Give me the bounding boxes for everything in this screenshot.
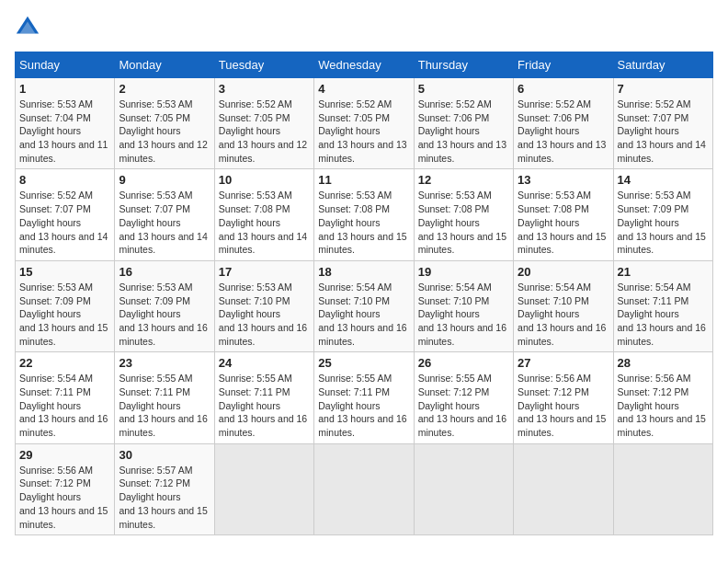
- calendar-day-cell: 1Sunrise: 5:53 AMSunset: 7:04 PMDaylight…: [16, 78, 115, 169]
- day-info: Sunrise: 5:52 AMSunset: 7:05 PMDaylight …: [219, 98, 310, 165]
- calendar-week-row: 1Sunrise: 5:53 AMSunset: 7:04 PMDaylight…: [16, 78, 713, 169]
- day-number: 11: [318, 173, 409, 187]
- calendar-day-cell: 14Sunrise: 5:53 AMSunset: 7:09 PMDayligh…: [613, 169, 712, 260]
- calendar-day-cell: 4Sunrise: 5:52 AMSunset: 7:05 PMDaylight…: [314, 78, 414, 169]
- calendar-day-cell: 8Sunrise: 5:52 AMSunset: 7:07 PMDaylight…: [16, 169, 115, 260]
- day-info: Sunrise: 5:54 AMSunset: 7:11 PMDaylight …: [618, 281, 709, 348]
- calendar-day-cell: 30Sunrise: 5:57 AMSunset: 7:12 PMDayligh…: [115, 443, 214, 534]
- day-number: 12: [418, 173, 509, 187]
- calendar-day-cell: 26Sunrise: 5:55 AMSunset: 7:12 PMDayligh…: [414, 352, 513, 443]
- day-number: 2: [119, 82, 210, 96]
- page-header: [15, 15, 713, 40]
- day-number: 18: [318, 265, 409, 279]
- calendar-day-cell: [514, 443, 613, 534]
- calendar-day-cell: 12Sunrise: 5:53 AMSunset: 7:08 PMDayligh…: [414, 169, 513, 260]
- calendar-day-cell: 20Sunrise: 5:54 AMSunset: 7:10 PMDayligh…: [514, 260, 613, 351]
- calendar-day-cell: [314, 443, 414, 534]
- calendar-day-cell: 23Sunrise: 5:55 AMSunset: 7:11 PMDayligh…: [115, 352, 214, 443]
- calendar-week-row: 8Sunrise: 5:52 AMSunset: 7:07 PMDaylight…: [16, 169, 713, 260]
- calendar-week-row: 15Sunrise: 5:53 AMSunset: 7:09 PMDayligh…: [16, 260, 713, 351]
- calendar-day-cell: 18Sunrise: 5:54 AMSunset: 7:10 PMDayligh…: [314, 260, 414, 351]
- day-info: Sunrise: 5:52 AMSunset: 7:05 PMDaylight …: [318, 98, 409, 165]
- calendar-day-cell: [613, 443, 712, 534]
- day-info: Sunrise: 5:54 AMSunset: 7:11 PMDaylight …: [19, 372, 110, 439]
- day-info: Sunrise: 5:56 AMSunset: 7:12 PMDaylight …: [618, 372, 709, 439]
- day-number: 25: [318, 356, 409, 370]
- calendar-day-cell: 7Sunrise: 5:52 AMSunset: 7:07 PMDaylight…: [613, 78, 712, 169]
- calendar-day-cell: 19Sunrise: 5:54 AMSunset: 7:10 PMDayligh…: [414, 260, 513, 351]
- calendar-week-row: 29Sunrise: 5:56 AMSunset: 7:12 PMDayligh…: [16, 443, 713, 534]
- day-number: 7: [618, 82, 709, 96]
- calendar-table: SundayMondayTuesdayWednesdayThursdayFrid…: [15, 52, 713, 535]
- day-number: 28: [618, 356, 709, 370]
- day-info: Sunrise: 5:52 AMSunset: 7:07 PMDaylight …: [19, 189, 110, 256]
- day-info: Sunrise: 5:55 AMSunset: 7:12 PMDaylight …: [418, 372, 509, 439]
- calendar-day-cell: 3Sunrise: 5:52 AMSunset: 7:05 PMDaylight…: [214, 78, 313, 169]
- day-number: 20: [518, 265, 609, 279]
- day-info: Sunrise: 5:55 AMSunset: 7:11 PMDaylight …: [318, 372, 409, 439]
- calendar-day-cell: 13Sunrise: 5:53 AMSunset: 7:08 PMDayligh…: [514, 169, 613, 260]
- calendar-day-cell: [214, 443, 313, 534]
- weekday-header-row: SundayMondayTuesdayWednesdayThursdayFrid…: [16, 52, 713, 78]
- calendar-day-cell: 28Sunrise: 5:56 AMSunset: 7:12 PMDayligh…: [613, 352, 712, 443]
- day-info: Sunrise: 5:56 AMSunset: 7:12 PMDaylight …: [518, 372, 609, 439]
- calendar-day-cell: 29Sunrise: 5:56 AMSunset: 7:12 PMDayligh…: [16, 443, 115, 534]
- day-info: Sunrise: 5:53 AMSunset: 7:08 PMDaylight …: [518, 189, 609, 256]
- day-info: Sunrise: 5:52 AMSunset: 7:06 PMDaylight …: [418, 98, 509, 165]
- weekday-header-cell: Friday: [514, 52, 613, 78]
- calendar-day-cell: [414, 443, 513, 534]
- logo-icon: [15, 15, 40, 40]
- day-info: Sunrise: 5:54 AMSunset: 7:10 PMDaylight …: [518, 281, 609, 348]
- day-number: 6: [518, 82, 609, 96]
- day-info: Sunrise: 5:53 AMSunset: 7:09 PMDaylight …: [19, 281, 110, 348]
- day-info: Sunrise: 5:52 AMSunset: 7:06 PMDaylight …: [518, 98, 609, 165]
- day-info: Sunrise: 5:54 AMSunset: 7:10 PMDaylight …: [418, 281, 509, 348]
- day-info: Sunrise: 5:55 AMSunset: 7:11 PMDaylight …: [219, 372, 310, 439]
- day-info: Sunrise: 5:53 AMSunset: 7:04 PMDaylight …: [19, 98, 110, 165]
- day-number: 27: [518, 356, 609, 370]
- calendar-week-row: 22Sunrise: 5:54 AMSunset: 7:11 PMDayligh…: [16, 352, 713, 443]
- logo: [15, 15, 44, 40]
- day-info: Sunrise: 5:57 AMSunset: 7:12 PMDaylight …: [119, 464, 210, 531]
- day-info: Sunrise: 5:53 AMSunset: 7:10 PMDaylight …: [219, 281, 310, 348]
- day-info: Sunrise: 5:56 AMSunset: 7:12 PMDaylight …: [19, 464, 110, 531]
- day-number: 14: [618, 173, 709, 187]
- day-number: 30: [119, 448, 210, 462]
- calendar-day-cell: 2Sunrise: 5:53 AMSunset: 7:05 PMDaylight…: [115, 78, 214, 169]
- calendar-day-cell: 11Sunrise: 5:53 AMSunset: 7:08 PMDayligh…: [314, 169, 414, 260]
- weekday-header-cell: Tuesday: [214, 52, 313, 78]
- day-number: 9: [119, 173, 210, 187]
- day-number: 3: [219, 82, 310, 96]
- calendar-day-cell: 9Sunrise: 5:53 AMSunset: 7:07 PMDaylight…: [115, 169, 214, 260]
- day-number: 4: [318, 82, 409, 96]
- day-info: Sunrise: 5:53 AMSunset: 7:05 PMDaylight …: [119, 98, 210, 165]
- day-number: 21: [618, 265, 709, 279]
- calendar-day-cell: 21Sunrise: 5:54 AMSunset: 7:11 PMDayligh…: [613, 260, 712, 351]
- day-number: 17: [219, 265, 310, 279]
- day-info: Sunrise: 5:53 AMSunset: 7:08 PMDaylight …: [318, 189, 409, 256]
- day-number: 16: [119, 265, 210, 279]
- weekday-header-cell: Thursday: [414, 52, 513, 78]
- day-number: 23: [119, 356, 210, 370]
- day-info: Sunrise: 5:52 AMSunset: 7:07 PMDaylight …: [618, 98, 709, 165]
- day-info: Sunrise: 5:53 AMSunset: 7:09 PMDaylight …: [119, 281, 210, 348]
- weekday-header-cell: Saturday: [613, 52, 712, 78]
- day-info: Sunrise: 5:53 AMSunset: 7:08 PMDaylight …: [418, 189, 509, 256]
- day-number: 26: [418, 356, 509, 370]
- calendar-day-cell: 16Sunrise: 5:53 AMSunset: 7:09 PMDayligh…: [115, 260, 214, 351]
- calendar-day-cell: 15Sunrise: 5:53 AMSunset: 7:09 PMDayligh…: [16, 260, 115, 351]
- day-info: Sunrise: 5:54 AMSunset: 7:10 PMDaylight …: [318, 281, 409, 348]
- calendar-body: 1Sunrise: 5:53 AMSunset: 7:04 PMDaylight…: [16, 78, 713, 535]
- day-number: 13: [518, 173, 609, 187]
- day-number: 22: [19, 356, 110, 370]
- day-number: 10: [219, 173, 310, 187]
- weekday-header-cell: Wednesday: [314, 52, 414, 78]
- day-info: Sunrise: 5:53 AMSunset: 7:08 PMDaylight …: [219, 189, 310, 256]
- calendar-day-cell: 22Sunrise: 5:54 AMSunset: 7:11 PMDayligh…: [16, 352, 115, 443]
- day-number: 1: [19, 82, 110, 96]
- calendar-day-cell: 10Sunrise: 5:53 AMSunset: 7:08 PMDayligh…: [214, 169, 313, 260]
- day-number: 29: [19, 448, 110, 462]
- day-info: Sunrise: 5:55 AMSunset: 7:11 PMDaylight …: [119, 372, 210, 439]
- calendar-day-cell: 25Sunrise: 5:55 AMSunset: 7:11 PMDayligh…: [314, 352, 414, 443]
- day-number: 24: [219, 356, 310, 370]
